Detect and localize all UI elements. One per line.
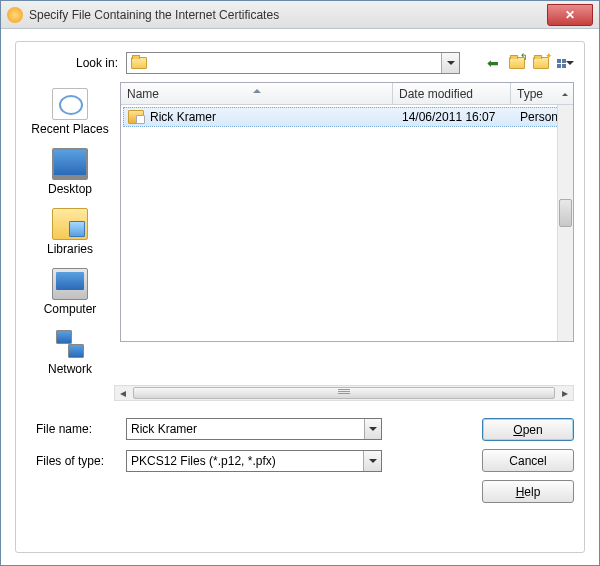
grip-icon	[338, 389, 350, 397]
place-recent[interactable]: Recent Places	[26, 84, 114, 140]
lookin-dropdown[interactable]	[126, 52, 460, 74]
dropdown-arrow-icon[interactable]	[364, 419, 381, 439]
view-grid-icon	[557, 59, 566, 68]
filetype-combo[interactable]: PKCS12 Files (*.p12, *.pfx)	[126, 450, 382, 472]
folder-icon	[131, 57, 147, 69]
recent-places-icon	[52, 88, 88, 120]
scroll-thumb[interactable]	[133, 387, 555, 399]
place-label: Desktop	[48, 182, 92, 196]
column-name[interactable]: Name	[121, 83, 393, 104]
filename-input[interactable]	[127, 419, 364, 439]
cancel-button[interactable]: Cancel	[482, 449, 574, 472]
main-row: Recent Places Desktop Libraries Computer	[26, 82, 574, 380]
view-menu-button[interactable]	[556, 54, 574, 72]
chevron-down-icon	[566, 56, 574, 70]
place-label: Libraries	[47, 242, 93, 256]
scroll-thumb[interactable]	[559, 199, 572, 227]
hscroll-row: ◂ ▸	[26, 384, 574, 402]
column-type[interactable]: Type	[511, 83, 557, 104]
file-date: 14/06/2011 16:07	[396, 110, 514, 124]
bottom-area: File name: Files of type: PKCS12 Files (…	[26, 418, 574, 503]
new-folder-button[interactable]: ✦	[532, 54, 550, 72]
network-icon	[52, 328, 88, 360]
file-type: Person	[514, 110, 558, 124]
up-arrow-icon: ↰	[520, 52, 528, 62]
dropdown-arrow-icon[interactable]	[441, 53, 459, 73]
filetype-row: Files of type: PKCS12 Files (*.p12, *.pf…	[26, 450, 456, 472]
nav-icons: ⬅ ↰ ✦	[484, 54, 574, 72]
up-one-level-button[interactable]: ↰	[508, 54, 526, 72]
btn-text: pen	[523, 423, 543, 437]
file-name: Rick Kramer	[148, 110, 396, 124]
file-list-body[interactable]: Rick Kramer 14/06/2011 16:07 Person	[121, 105, 573, 341]
place-label: Computer	[44, 302, 97, 316]
lookin-row: Look in: ⬅ ↰ ✦	[26, 52, 574, 74]
desktop-icon	[52, 148, 88, 180]
content-panel: Look in: ⬅ ↰ ✦	[15, 41, 585, 553]
dropdown-arrow-icon[interactable]	[363, 451, 381, 471]
computer-icon	[52, 268, 88, 300]
dialog-window: Specify File Containing the Internet Cer…	[0, 0, 600, 566]
filetype-value: PKCS12 Files (*.p12, *.pfx)	[127, 451, 363, 471]
place-network[interactable]: Network	[26, 324, 114, 380]
scroll-right-icon[interactable]: ▸	[557, 386, 573, 400]
file-row[interactable]: Rick Kramer 14/06/2011 16:07 Person	[123, 107, 559, 127]
vertical-scrollbar[interactable]	[557, 105, 573, 341]
title-text: Specify File Containing the Internet Cer…	[29, 8, 547, 22]
filename-row: File name:	[26, 418, 456, 440]
close-button[interactable]: ✕	[547, 4, 593, 26]
help-button[interactable]: Help	[482, 480, 574, 503]
filename-combo[interactable]	[126, 418, 382, 440]
place-libraries[interactable]: Libraries	[26, 204, 114, 260]
file-list-header: Name Date modified Type	[121, 83, 573, 105]
app-icon	[7, 7, 23, 23]
bottom-left: File name: Files of type: PKCS12 Files (…	[26, 418, 456, 503]
sparkle-icon: ✦	[545, 51, 553, 61]
lookin-label: Look in:	[26, 56, 126, 70]
place-desktop[interactable]: Desktop	[26, 144, 114, 200]
place-label: Recent Places	[31, 122, 108, 136]
filename-label: File name:	[26, 422, 126, 436]
libraries-icon	[52, 208, 88, 240]
dialog-body: Look in: ⬅ ↰ ✦	[1, 29, 599, 565]
open-button[interactable]: Open	[482, 418, 574, 441]
places-bar: Recent Places Desktop Libraries Computer	[26, 82, 114, 380]
scroll-left-icon[interactable]: ◂	[115, 386, 131, 400]
horizontal-scrollbar[interactable]: ◂ ▸	[114, 385, 574, 401]
back-button[interactable]: ⬅	[484, 54, 502, 72]
column-date[interactable]: Date modified	[393, 83, 511, 104]
button-column: Open Cancel Help	[482, 418, 574, 503]
file-list: Name Date modified Type Rick Kramer 14/0…	[120, 82, 574, 342]
column-scroll-button[interactable]	[557, 83, 573, 104]
place-computer[interactable]: Computer	[26, 264, 114, 320]
certificate-file-icon	[128, 110, 144, 124]
filetype-label: Files of type:	[26, 454, 126, 468]
btn-text: elp	[524, 485, 540, 499]
titlebar[interactable]: Specify File Containing the Internet Cer…	[1, 1, 599, 29]
place-label: Network	[48, 362, 92, 376]
